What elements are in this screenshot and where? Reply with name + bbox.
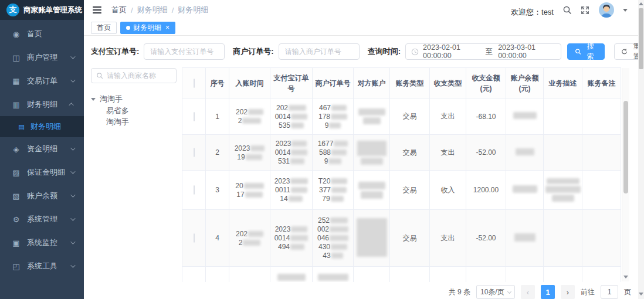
logo-bar: 支 商家账单管理系统 xyxy=(0,0,84,20)
sidebar-subitem-finance-detail-active[interactable]: ▤ 财务明细 xyxy=(0,116,84,137)
redacted-text xyxy=(291,123,304,128)
scroll-down-arrow-icon[interactable] xyxy=(623,276,628,278)
tree-expand-caret-icon[interactable] xyxy=(91,98,96,101)
col-balance: 账户余额(元) xyxy=(506,68,544,98)
row-checkbox[interactable] xyxy=(194,233,195,243)
page-size-select[interactable]: 10条/页 xyxy=(476,285,515,299)
tree-node-root[interactable]: 淘淘手 xyxy=(91,93,177,105)
col-remark: 账务备注 xyxy=(582,68,621,98)
monitor-icon: ▣ xyxy=(12,239,21,247)
sidebar-item-trade-orders[interactable]: ▦ 交易订单 xyxy=(0,69,84,93)
balance-icon: ▧ xyxy=(12,192,21,201)
select-all-cell xyxy=(182,68,206,98)
sidebar-item-home[interactable]: ◉ 首页 xyxy=(0,22,84,46)
tree-node-child[interactable]: 易省多 xyxy=(91,105,177,116)
breadcrumb-separator: / xyxy=(131,6,133,15)
page-button-1[interactable]: 1 xyxy=(541,285,555,299)
cell-counterparty xyxy=(354,210,390,267)
tree-node-child[interactable]: 淘淘手 xyxy=(91,116,177,127)
app-logo-icon: 支 xyxy=(6,4,19,16)
redacted-text xyxy=(289,105,306,111)
gear-icon: ⚙ xyxy=(12,215,21,224)
sidebar-item-label: 资金明细 xyxy=(27,144,57,154)
welcome-text: 欢迎您：test xyxy=(511,7,554,18)
tab-finance-detail-active[interactable]: 财务明细 xyxy=(120,22,175,34)
goto-page-input[interactable] xyxy=(601,285,618,299)
prev-page-button[interactable]: ‹ xyxy=(521,285,535,299)
date-range-picker[interactable]: 2023-02-01 00:00:00 至 2023-03-01 00:00:0… xyxy=(405,43,561,60)
cell-index: 3 xyxy=(206,171,229,210)
cell-amount: -52.00 xyxy=(466,210,506,267)
sidebar-item-deposit-detail[interactable]: ▨ 保证金明细 xyxy=(0,161,84,184)
cell-counterparty xyxy=(354,135,390,171)
page-scrollbar[interactable] xyxy=(638,0,644,299)
cell-account-type: 交易 xyxy=(390,171,430,210)
scroll-down-arrow-icon[interactable] xyxy=(639,293,643,295)
merchant-search-input[interactable] xyxy=(107,72,165,80)
finance-sub-icon: ▤ xyxy=(18,123,25,131)
user-avatar[interactable] xyxy=(599,2,614,18)
cell-amount: -68.10 xyxy=(466,98,506,135)
total-count: 共 9 条 xyxy=(449,287,470,297)
breadcrumb-finance[interactable]: 财务明细 xyxy=(137,5,168,15)
page-scrollbar-thumb[interactable] xyxy=(639,8,643,69)
table-scrollbar-thumb[interactable] xyxy=(623,101,628,193)
sidebar-menu: ◉ 首页 ◫ 商户管理 ▦ 交易订单 ▥ 财务明细 ▤ 财务明细 xyxy=(0,20,84,278)
row-checkbox[interactable] xyxy=(194,112,195,121)
cell-io-type: 支出 xyxy=(430,210,466,267)
deposit-icon: ▨ xyxy=(12,168,21,177)
breadcrumb-home[interactable]: 首页 xyxy=(111,5,127,15)
date-start-value[interactable]: 2023-02-01 00:00:00 xyxy=(423,43,480,60)
redacted-text xyxy=(358,182,385,189)
cell-balance xyxy=(506,135,544,171)
sidebar-item-system-management[interactable]: ⚙ 系统管理 xyxy=(0,208,84,231)
cell-index: 1 xyxy=(206,98,229,135)
sidebar-item-finance-detail[interactable]: ▥ 财务明细 xyxy=(0,93,84,116)
tab-home[interactable]: 首页 xyxy=(91,22,117,34)
cell-merchant-no: 467 178 9 xyxy=(313,98,354,135)
search-button[interactable]: 搜索 xyxy=(567,43,605,60)
sidebar-item-funds-detail[interactable]: ◈ 资金明细 xyxy=(0,137,84,161)
redacted-text xyxy=(291,114,307,120)
redacted-text xyxy=(242,118,261,124)
redacted-text xyxy=(244,183,264,189)
redacted-text xyxy=(291,187,307,193)
sidebar-item-label: 首页 xyxy=(27,29,42,39)
top-header: 首页 / 财务明细 / 财务明细 欢迎您：test xyxy=(84,0,638,20)
sidebar-fold-icon[interactable] xyxy=(93,6,101,13)
merchant-order-input[interactable] xyxy=(279,43,360,60)
fullscreen-icon[interactable] xyxy=(581,5,590,15)
alipay-order-input[interactable] xyxy=(144,43,225,60)
redacted-text xyxy=(331,114,347,120)
select-all-checkbox[interactable] xyxy=(194,79,195,88)
breadcrumb: 首页 / 财务明细 / 财务明细 xyxy=(111,5,208,15)
sidebar-item-merchant-management[interactable]: ◫ 商户管理 xyxy=(0,46,84,69)
pagination: 共 9 条 10条/页 ‹ 1 › 前往 页 xyxy=(0,285,631,299)
chevron-down-icon xyxy=(70,54,75,59)
search-icon xyxy=(96,72,103,79)
cell-remark xyxy=(582,210,621,267)
finance-table: 序号 入账时间 支付宝订单号 商户订单号 对方账户 账务类型 收支类型 收支金额… xyxy=(182,67,622,282)
search-icon[interactable] xyxy=(562,5,572,15)
date-end-value[interactable]: 2023-03-01 00:00:00 xyxy=(498,43,555,60)
close-icon[interactable] xyxy=(165,24,170,31)
search-icon xyxy=(575,48,581,55)
cell-alipay-no: 202 0014 535 xyxy=(270,98,313,135)
chevron-down-icon xyxy=(70,239,75,244)
breadcrumb-separator: / xyxy=(172,6,174,15)
sidebar-item-label: 系统监控 xyxy=(27,237,57,248)
table-scrollbar[interactable] xyxy=(622,68,629,281)
scroll-up-arrow-icon[interactable] xyxy=(639,2,643,5)
row-checkbox[interactable] xyxy=(194,148,195,157)
sidebar-item-system-monitor[interactable]: ▣ 系统监控 xyxy=(0,231,84,254)
user-menu-caret-icon[interactable] xyxy=(623,9,628,12)
sidebar-item-account-balance[interactable]: ▧ 账户余额 xyxy=(0,184,84,208)
next-page-button[interactable]: › xyxy=(561,285,575,299)
table-row: 1 202 2 202 0014 535 467 178 9 xyxy=(182,98,621,135)
cell-alipay-no: 2023 0011 14 xyxy=(270,171,313,210)
row-checkbox[interactable] xyxy=(194,185,195,195)
redacted-text xyxy=(361,158,383,165)
sidebar-item-system-tools[interactable]: ◰ 系统工具 xyxy=(0,254,84,278)
chevron-down-icon xyxy=(70,169,75,174)
table-row: 3 20 17 2023 0011 14 T20 377 79 xyxy=(182,171,621,210)
